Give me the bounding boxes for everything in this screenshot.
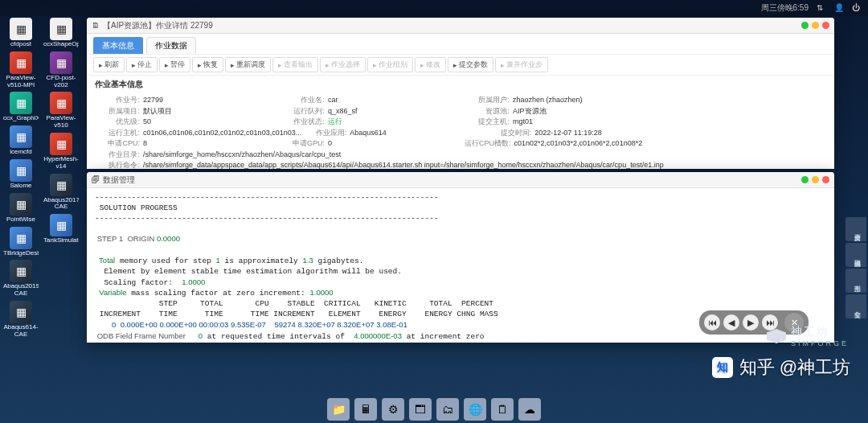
taskbar-item[interactable]: ⚙ [382, 398, 404, 421]
window-titlebar[interactable]: 🗎 【AIP资源池】作业详情 22799 [87, 18, 834, 34]
desktop-icon[interactable]: ▦CFD-post-v202 [43, 51, 79, 89]
toolbar-button[interactable]: ▸恢复 [192, 57, 223, 72]
toolbar-button[interactable]: ▸刷新 [93, 57, 125, 72]
maximize-icon[interactable] [812, 176, 819, 183]
toolbar-icon: ▸ [373, 61, 377, 69]
taskbar-item[interactable]: 🗂 [436, 398, 459, 421]
sidebar-button[interactable]: 编辑桌面 [845, 243, 866, 267]
desktop: ▦cfdpost▦ParaView-v510-MPI▦ccx_GraphiX▦i… [0, 16, 868, 410]
toolbar-button[interactable]: ▸作业选择 [320, 57, 366, 72]
desktop-icon[interactable]: ▦ParaView-v510 [43, 92, 79, 129]
toolbar-button[interactable]: ▸暂停 [159, 57, 190, 72]
window-titlebar[interactable]: 🗐 数据管理 [87, 172, 834, 188]
app-icon: ▦ [50, 92, 72, 114]
desktop-icon[interactable]: ▦PointWise [3, 193, 39, 224]
info-key: 提交时间: [486, 128, 531, 139]
info-cell: 作业应用:Abaqus614 [301, 128, 486, 139]
clock: 周三傍晚6:59 [761, 2, 809, 14]
tab-bar: 基本信息 作业数据 [87, 34, 834, 54]
toolbar-label: 作业选择 [331, 60, 360, 70]
info-value: 默认项目 [143, 106, 172, 117]
taskbar-item[interactable]: ☁ [518, 398, 541, 421]
desktop-icon[interactable]: ▦icemcfd [3, 125, 39, 156]
toolbar-button[interactable]: ▸修改 [415, 57, 446, 72]
toolbar-button[interactable]: ▸停止 [126, 57, 158, 72]
toolbar-label: 刷新 [104, 60, 119, 70]
desktop-icon[interactable]: ▦ccxShapeOpt [43, 18, 79, 48]
simforge-logo: 神工坊 SIMFORGE [767, 325, 849, 347]
app-label: Abaqus2019-CAE [3, 283, 39, 298]
app-icon: ▦ [10, 125, 32, 148]
network-icon[interactable]: ⇅ [817, 3, 826, 13]
watermark: 知 知乎 @神工坊 [712, 355, 850, 380]
taskbar-item[interactable]: 🌐 [464, 398, 486, 421]
sidebar-button[interactable]: 桌面文件 [845, 217, 866, 241]
taskbar-item[interactable]: 📁 [327, 398, 350, 421]
right-sidebar: 桌面文件编辑桌面图形公交车 [845, 217, 868, 318]
desktop-icon[interactable]: ▦Abaqus2019-CAE [3, 260, 39, 298]
app-icon: ▦ [10, 92, 32, 114]
nav-prev-icon[interactable]: ◀ [723, 314, 739, 331]
close-icon[interactable] [822, 176, 829, 183]
toolbar-button[interactable]: ▸提交参数 [448, 57, 493, 72]
toolbar-button[interactable]: ▸重新调度 [225, 57, 271, 72]
toolbar-button[interactable]: ▸作业组别 [367, 57, 413, 72]
tab-basic-info[interactable]: 基本信息 [93, 37, 143, 54]
toolbar-label: 停止 [137, 60, 152, 70]
info-value: 2022-12-07 11:19:28 [534, 128, 602, 139]
toolbar-button[interactable]: ▸查看输出 [272, 57, 318, 72]
desktop-icon[interactable]: ▦Abaqus2017-CAE [43, 174, 79, 212]
sidebar-button[interactable]: 图形 [845, 269, 866, 293]
info-cell: 作业名:car [280, 95, 465, 106]
info-key: 所属项目: [95, 106, 140, 117]
desktop-icon[interactable]: ▦TankSimulator [43, 214, 79, 244]
info-value: AIP资源池 [513, 106, 547, 117]
info-key: 申请CPU: [95, 138, 140, 150]
toolbar-button[interactable]: ▸兼并作业步 [495, 57, 548, 72]
info-key: 作业应用: [301, 128, 346, 139]
sidebar-button[interactable]: 公交车 [845, 294, 866, 318]
info-cell: 申请CPU:8 [95, 138, 280, 150]
info-key: 运行CPU槽数: [465, 138, 511, 150]
info-cell: 运行主机:c01n06,c01n06,c01n02,c01n02,c01n03,… [95, 128, 301, 139]
info-value: c01n02*2,c01n03*2,c01n06*2,c01n08*2 [514, 138, 643, 150]
job-detail-window: 🗎 【AIP资源池】作业详情 22799 基本信息 作业数据 ▸刷新▸停止▸暂停… [87, 18, 834, 169]
app-label: icemcfd [10, 149, 32, 156]
info-cell: 作业目录:/share/simforge_home/hsccxn/zhaozhe… [95, 150, 465, 161]
desktop-icon[interactable]: ▦ParaView-v510-MPI [3, 51, 39, 89]
taskbar-item[interactable]: 🗔 [409, 398, 432, 421]
info-cell: 运行CPU槽数:c01n02*2,c01n03*2,c01n06*2,c01n0… [465, 138, 649, 150]
desktop-icon[interactable]: ▦ccx_GraphiX [3, 92, 39, 122]
app-label: ParaView-v510 [43, 115, 79, 129]
nav-first-icon[interactable]: ⏮ [704, 314, 720, 331]
app-label: TankSimulator [43, 237, 79, 244]
app-icon: ▦ [10, 301, 32, 323]
minimize-icon[interactable] [801, 176, 809, 183]
toolbar-icon: ▸ [165, 61, 169, 69]
maximize-icon[interactable] [812, 22, 819, 29]
power-icon[interactable]: ⏻ [852, 3, 862, 13]
toolbar-label: 修改 [426, 60, 440, 70]
nav-next-icon[interactable]: ▶ [743, 314, 759, 331]
info-key: 申请GPU: [280, 138, 325, 150]
taskbar-item[interactable]: 🗒 [491, 398, 514, 421]
desktop-icon[interactable]: ▦Salome [3, 159, 39, 190]
toolbar-icon: ▸ [326, 61, 330, 69]
close-icon[interactable] [822, 22, 829, 29]
desktop-icon[interactable]: ▦TBridgeDesigner [3, 227, 39, 257]
desktop-icon[interactable]: ▦HyperMesh-v14 [43, 133, 79, 170]
info-value: 50 [143, 117, 151, 128]
user-icon[interactable]: 👤 [834, 3, 844, 13]
desktop-icon[interactable]: ▦cfdpost [3, 18, 39, 48]
info-cell: 所属用户:zhaozhen (zhaozhen) [465, 95, 649, 106]
minimize-icon[interactable] [801, 22, 809, 29]
tab-job-data[interactable]: 作业数据 [146, 37, 196, 54]
toolbar-label: 兼并作业步 [506, 60, 542, 70]
data-manager-window: 🗐 数据管理 ---------------------------------… [87, 172, 834, 343]
taskbar-item[interactable]: 🖩 [354, 398, 377, 421]
desktop-icon[interactable]: ▦Abaqus614-CAE [3, 301, 39, 339]
toolbar-label: 重新调度 [236, 60, 265, 70]
info-value: Abaqus614 [350, 128, 387, 139]
app-label: cfdpost [10, 41, 31, 48]
app-label: TBridgeDesigner [3, 250, 39, 257]
